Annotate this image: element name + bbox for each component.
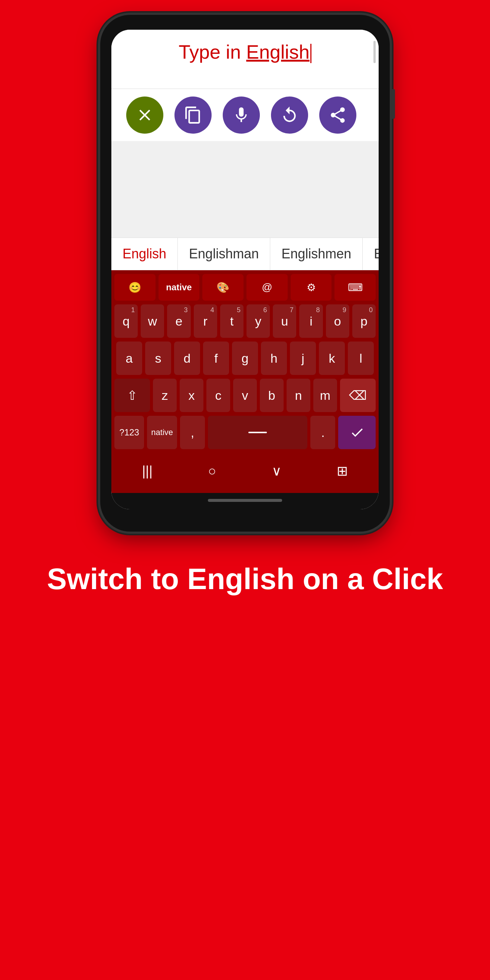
backspace-key[interactable]: ⌫ [340,379,375,412]
key-row-bottom: ?123 native , . [115,416,375,449]
suggestion-englishmen[interactable]: Englishmen [270,238,363,270]
native-button[interactable]: native [159,274,200,301]
key-m[interactable]: m [313,379,337,412]
key-q[interactable]: 1q [115,304,138,338]
delete-icon [135,106,154,124]
palette-button[interactable]: 🎨 [202,274,243,301]
back-nav-button[interactable]: ||| [135,460,160,482]
key-z[interactable]: z [153,379,177,412]
suggestion-eng[interactable]: Eng [363,238,379,270]
at-button[interactable]: @ [247,274,288,301]
keyboard-hide-button[interactable]: ⌨ [334,274,375,301]
key-row-3: ⇧ z x c v b n m ⌫ [115,379,375,412]
suggestions-bar: English Englishman Englishmen Eng [111,237,379,270]
mic-button[interactable] [223,97,260,134]
phone-wrapper: Type in English [100,15,390,531]
share-icon [329,106,347,124]
key-x[interactable]: x [180,379,204,412]
key-w[interactable]: w [141,304,164,338]
home-nav-button[interactable]: ○ [200,460,223,482]
text-input-area[interactable]: Type in English [111,30,379,89]
suggestion-english[interactable]: English [111,238,178,270]
copy-icon [184,106,202,124]
comma-key[interactable]: , [180,416,205,449]
share-button[interactable] [319,97,356,134]
text-prefix: Type in [178,41,246,63]
suggestion-englishman[interactable]: Englishman [178,238,270,270]
marketing-headline: Switch to English on a Click [47,561,443,597]
key-t[interactable]: 5t [220,304,243,338]
recent-nav-button[interactable]: ∨ [264,460,289,482]
key-g[interactable]: g [232,342,258,375]
action-buttons-row [111,89,379,141]
key-a[interactable]: a [116,342,142,375]
num-switch-key[interactable]: ?123 [115,416,144,449]
undo-button[interactable] [271,97,308,134]
emoji-button[interactable]: 😊 [115,274,156,301]
keyboard-nav-button[interactable]: ⊞ [329,460,355,482]
cursor [310,44,312,63]
undo-icon [280,106,299,124]
space-key[interactable] [208,416,307,449]
phone-frame: Type in English [100,15,390,531]
space-icon [248,429,267,436]
key-row-1: 1q w 3e 4r 5t 6y 7u 8i 9o 0p [115,304,375,338]
key-i[interactable]: 8i [299,304,323,338]
key-s[interactable]: s [145,342,171,375]
nav-bar: ||| ○ ∨ ⊞ [115,453,375,489]
home-pill [208,499,282,502]
key-d[interactable]: d [174,342,200,375]
keyboard: 😊 native 🎨 @ ⚙ ⌨ 1q w 3e 4r 5t 6y 7u 8i [111,270,379,493]
done-key[interactable] [338,416,375,449]
home-indicator [111,493,379,509]
key-b[interactable]: b [260,379,283,412]
key-p[interactable]: 0p [352,304,375,338]
keyboard-top-row: 😊 native 🎨 @ ⚙ ⌨ [115,274,375,301]
key-r[interactable]: 4r [194,304,217,338]
mic-icon [232,106,251,124]
key-n[interactable]: n [286,379,310,412]
native-switch-key[interactable]: native [147,416,177,449]
copy-button[interactable] [175,97,212,134]
key-y[interactable]: 6y [247,304,270,338]
settings-button[interactable]: ⚙ [291,274,332,301]
period-key[interactable]: . [310,416,335,449]
typed-text: Type in English [126,41,364,63]
key-e[interactable]: 3e [167,304,191,338]
key-u[interactable]: 7u [273,304,296,338]
shift-key[interactable]: ⇧ [115,379,150,412]
bottom-text: Switch to English on a Click [18,561,473,597]
key-row-2: a s d f g h j k l [115,342,375,375]
key-j[interactable]: j [290,342,316,375]
svg-rect-0 [248,432,267,433]
text-highlight: English [246,41,310,63]
key-c[interactable]: c [207,379,230,412]
key-o[interactable]: 9o [326,304,349,338]
delete-button[interactable] [126,97,163,134]
key-k[interactable]: k [319,342,345,375]
phone-screen: Type in English [111,30,379,509]
key-f[interactable]: f [203,342,229,375]
key-v[interactable]: v [233,379,257,412]
done-checkmark-icon [350,425,364,440]
empty-space [111,141,379,237]
key-l[interactable]: l [348,342,374,375]
key-h[interactable]: h [261,342,287,375]
scrollbar[interactable] [374,41,375,63]
